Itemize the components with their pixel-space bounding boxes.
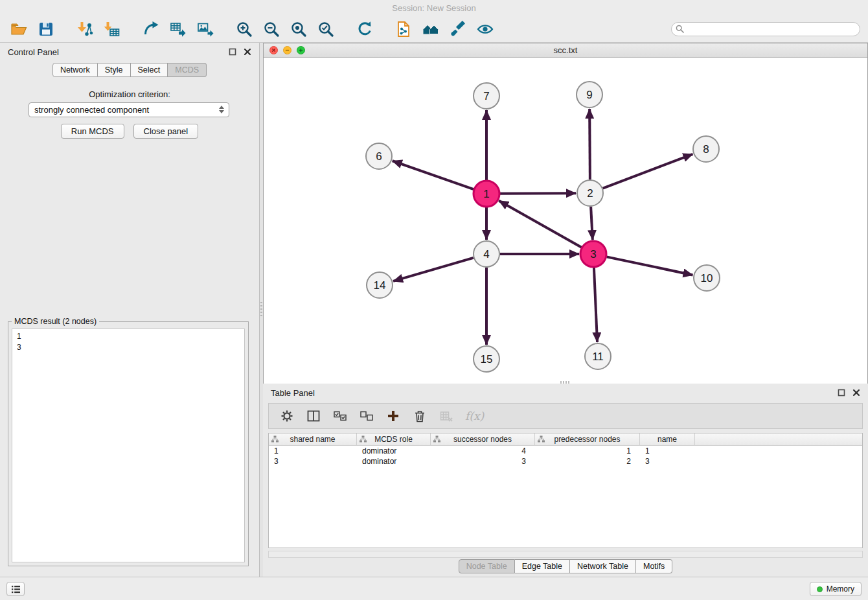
refresh-button[interactable] (354, 19, 376, 40)
graph-node-label-1: 1 (483, 188, 489, 200)
column-header-shared-name[interactable]: shared name (269, 433, 357, 445)
graph-edge-2-9[interactable] (589, 109, 590, 179)
tab-motifs[interactable]: Motifs (636, 559, 672, 573)
network-canvas[interactable]: 7968124314101511 (264, 58, 867, 384)
float-panel-button[interactable] (228, 48, 236, 56)
zoom-window-button[interactable] (297, 46, 305, 54)
zoom-fit-button[interactable] (288, 19, 310, 40)
tab-edge-table[interactable]: Edge Table (515, 559, 570, 573)
column-header-label: name (657, 435, 677, 444)
graph-node-label-4: 4 (483, 248, 489, 260)
network-document-button[interactable] (393, 19, 415, 40)
table-toolbar: f(x) (268, 403, 863, 429)
search-input[interactable] (671, 22, 860, 36)
table-header-row: shared name MCDS role successor nodes pr… (269, 433, 862, 446)
delete-columns-button[interactable] (412, 408, 428, 424)
column-type-icon (360, 435, 367, 443)
network-window-title: scc.txt (554, 45, 578, 55)
network-window-titlebar[interactable]: scc.txt (264, 43, 867, 58)
refresh-icon (356, 21, 373, 38)
export-image-button[interactable] (194, 19, 216, 40)
column-header-successor-nodes[interactable]: successor nodes (431, 433, 535, 445)
close-panel-button-2[interactable]: Close panel (133, 124, 199, 139)
show-columns-button[interactable] (306, 408, 321, 424)
export-table-button[interactable] (167, 19, 189, 40)
memory-button[interactable]: Memory (810, 582, 862, 596)
table-row[interactable]: 1dominator411 (269, 446, 862, 456)
network-graph[interactable]: 7968124314101511 (264, 58, 867, 384)
minimize-icon (285, 48, 290, 52)
save-session-button[interactable] (35, 19, 57, 40)
tab-node-table[interactable]: Node Table (459, 559, 515, 573)
mcds-result-item[interactable]: 3 (17, 342, 240, 353)
close-panel-button[interactable] (243, 48, 251, 56)
tab-mcds[interactable]: MCDS (168, 63, 207, 77)
node-table: shared name MCDS role successor nodes pr… (268, 433, 863, 548)
import-table-button[interactable] (101, 19, 123, 40)
graph-node-label-3: 3 (590, 248, 596, 260)
graph-edge-2-8[interactable] (603, 154, 693, 189)
column-header-label: shared name (290, 435, 335, 444)
tab-network[interactable]: Network (52, 63, 98, 77)
column-header-mcds-role[interactable]: MCDS role (357, 433, 431, 445)
deselect-all-columns-button[interactable] (359, 408, 374, 424)
export-network-button[interactable] (140, 19, 162, 40)
minimize-window-button[interactable] (283, 46, 291, 54)
close-icon (271, 48, 276, 52)
task-history-button[interactable] (6, 582, 25, 596)
function-builder-button[interactable]: f(x) (465, 410, 484, 422)
graph-node-label-15: 15 (481, 353, 493, 365)
import-network-button[interactable] (74, 19, 96, 40)
graph-edge-3-1[interactable] (499, 201, 582, 248)
table-row[interactable]: 3dominator323 (269, 456, 862, 467)
show-overview-button[interactable] (420, 19, 442, 40)
close-table-panel-button[interactable] (852, 389, 860, 397)
graph-edge-3-10[interactable] (607, 257, 693, 275)
select-all-columns-button[interactable] (332, 408, 348, 424)
mcds-result-item[interactable]: 1 (17, 331, 240, 342)
close-icon (244, 48, 251, 56)
delete-table-icon (440, 410, 453, 422)
style-button[interactable] (447, 19, 469, 40)
graph-node-label-6: 6 (376, 150, 382, 163)
table-cell-shared-name: 3 (269, 456, 357, 467)
mcds-result-list[interactable]: 13 (12, 329, 245, 562)
graph-node-label-10: 10 (701, 272, 713, 284)
import-network-icon (76, 21, 93, 38)
graph-edge-2-3[interactable] (591, 207, 593, 240)
delete-table-button[interactable] (439, 408, 454, 424)
table-options-button[interactable] (279, 408, 295, 424)
zoom-out-button[interactable] (260, 19, 282, 40)
open-session-button[interactable] (8, 19, 30, 40)
close-window-button[interactable] (269, 46, 278, 54)
tab-network-table[interactable]: Network Table (570, 559, 636, 573)
graph-edge-3-11[interactable] (594, 268, 597, 342)
graph-edge-4-14[interactable] (393, 258, 474, 281)
trash-icon (413, 410, 426, 422)
columns-icon (307, 410, 320, 422)
column-header-name[interactable]: name (640, 433, 695, 445)
column-header-predecessor-nodes[interactable]: predecessor nodes (535, 433, 640, 445)
graph-node-label-8: 8 (703, 143, 709, 156)
table-cell-name: 3 (640, 456, 695, 467)
float-table-panel-button[interactable] (837, 389, 845, 397)
graph-edge-1-2[interactable] (500, 193, 576, 194)
table-horizontal-scrollbar[interactable] (268, 551, 863, 558)
main-toolbar (0, 16, 868, 43)
criterion-select[interactable]: strongly connected component (29, 102, 229, 117)
graph-node-label-2: 2 (587, 187, 593, 200)
zoom-selected-button[interactable] (315, 19, 337, 40)
export-table-icon (170, 21, 187, 38)
control-panel-header: Control Panel (0, 43, 259, 61)
table-panel-header: Table Panel (263, 384, 868, 402)
optimization-criterion-label: Optimization criterion: (0, 89, 259, 99)
table-cell-shared-name: 1 (269, 446, 357, 456)
add-column-button[interactable] (385, 408, 401, 424)
tab-style[interactable]: Style (98, 63, 131, 77)
zoom-in-button[interactable] (233, 19, 255, 40)
column-type-icon (271, 435, 279, 443)
show-hide-button[interactable] (474, 19, 496, 40)
graph-edge-1-6[interactable] (393, 161, 474, 189)
tab-select[interactable]: Select (131, 63, 168, 77)
run-mcds-button[interactable]: Run MCDS (61, 124, 124, 139)
